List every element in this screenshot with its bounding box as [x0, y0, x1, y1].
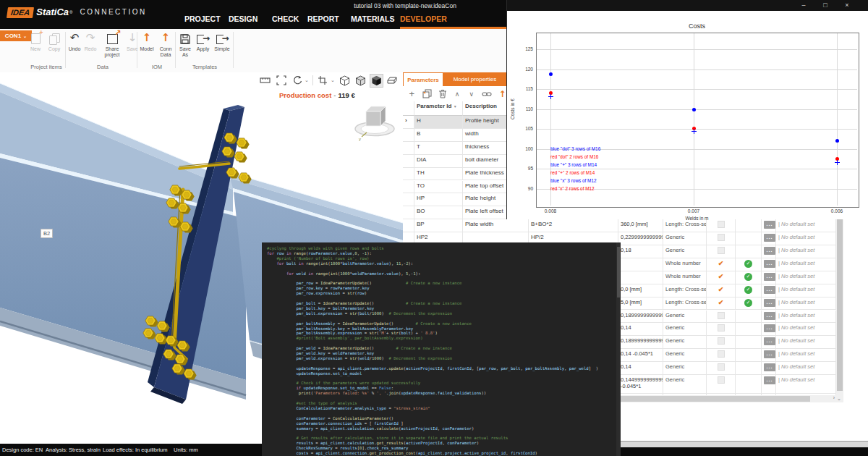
- more-options-button[interactable]: ...: [764, 260, 775, 268]
- unchecked-box[interactable]: [718, 337, 725, 345]
- cell-dots[interactable]: ...: [762, 245, 776, 258]
- ribbon-button-save-as[interactable]: Save As: [176, 32, 194, 57]
- ribbon-button-apply[interactable]: →Apply: [194, 32, 212, 52]
- duplicate-icon[interactable]: [422, 89, 432, 99]
- menu-tab-design[interactable]: DESIGN: [229, 14, 258, 23]
- link-icon[interactable]: [482, 89, 492, 99]
- cell-checked[interactable]: [707, 336, 736, 349]
- more-options-button[interactable]: ...: [764, 234, 775, 242]
- ribbon-button-model[interactable]: ↑Model: [138, 32, 156, 52]
- unchecked-box[interactable]: [718, 376, 725, 384]
- menu-tab-materials[interactable]: MATERIALS: [351, 14, 394, 23]
- chevron-down-icon[interactable]: ⌄: [331, 77, 335, 83]
- cell-dots[interactable]: ...: [762, 232, 776, 245]
- unchecked-box[interactable]: [718, 324, 725, 332]
- more-options-button[interactable]: ...: [764, 350, 775, 358]
- more-options-button[interactable]: ...: [764, 221, 775, 229]
- import-icon[interactable]: ↑: [498, 89, 506, 99]
- more-options-button[interactable]: ...: [764, 324, 775, 332]
- window-minimize-button[interactable]: –: [797, 1, 810, 9]
- add-icon[interactable]: +: [408, 89, 416, 99]
- more-options-button[interactable]: ...: [764, 337, 775, 345]
- cell-dots[interactable]: ...: [762, 297, 776, 311]
- python-code[interactable]: #cyclyng through welds with given rows a…: [262, 242, 621, 456]
- column-header-id[interactable]: Parameter Id ▼: [414, 101, 463, 116]
- cell-dots[interactable]: ...: [762, 271, 776, 284]
- more-options-button[interactable]: ...: [764, 273, 775, 281]
- member-label[interactable]: B2: [41, 229, 53, 238]
- ribbon-button-simple[interactable]: →Simple: [212, 32, 232, 52]
- cell-checked[interactable]: ✔: [707, 284, 736, 297]
- costs-chart-window[interactable]: 90951001051101151201250.0080.0070.006Cos…: [506, 0, 868, 219]
- cell-checked[interactable]: [707, 219, 736, 232]
- ribbon-button-undo[interactable]: ↶Undo: [67, 32, 82, 52]
- filter-icon[interactable]: ▼: [454, 104, 457, 109]
- fit-view-icon[interactable]: [275, 75, 287, 87]
- chevron-down-icon[interactable]: ⌄: [837, 396, 841, 402]
- tab-model-properties[interactable]: Model properties: [443, 72, 506, 86]
- code-scrollbar[interactable]: [616, 242, 621, 456]
- navigation-cube[interactable]: y: [352, 98, 398, 145]
- cell-dots[interactable]: ...: [762, 362, 776, 375]
- chevron-right-icon[interactable]: ›: [833, 395, 835, 400]
- table-row[interactable]: BPPlate widthB+BO*2360,0 [mm]Length: Cro…: [403, 219, 836, 232]
- code-editor-window[interactable]: #cyclyng through welds with given rows a…: [262, 242, 621, 456]
- more-options-button[interactable]: ...: [764, 299, 775, 307]
- move-up-icon[interactable]: ∧: [454, 89, 461, 99]
- chart-window-titlebar[interactable]: [507, 0, 868, 11]
- cube-solid-icon[interactable]: [370, 75, 383, 87]
- cell-checked[interactable]: [707, 245, 736, 258]
- unchecked-box[interactable]: [718, 363, 725, 371]
- move-down-icon[interactable]: ∨: [468, 89, 476, 99]
- cell-checked[interactable]: [707, 375, 736, 394]
- cell-checked[interactable]: [707, 362, 736, 375]
- cell-checked[interactable]: ✔: [707, 258, 736, 271]
- crop-view-icon[interactable]: [317, 75, 329, 87]
- menu-tab-check[interactable]: CHECK: [272, 14, 299, 23]
- window-close-button[interactable]: ×: [841, 1, 854, 9]
- tab-parameters[interactable]: Parameters: [403, 72, 443, 86]
- ribbon-button-share-project[interactable]: ↗Share project: [98, 32, 126, 57]
- cell-checked[interactable]: [707, 232, 736, 245]
- cell-dots[interactable]: ...: [762, 258, 776, 271]
- menu-tab-report[interactable]: REPORT: [307, 14, 339, 23]
- window-maximize-button[interactable]: □: [819, 1, 832, 9]
- menu-tab-developer[interactable]: DEVELOPER: [400, 14, 447, 23]
- cell-dots[interactable]: ...: [762, 311, 776, 324]
- cell-checked[interactable]: ✔: [707, 297, 736, 311]
- measure-icon[interactable]: [259, 75, 271, 87]
- cell-dots[interactable]: ...: [762, 219, 776, 232]
- cube-wireframe-icon[interactable]: [339, 75, 351, 87]
- unchecked-box[interactable]: [718, 234, 725, 241]
- cell-checked[interactable]: ✔: [707, 271, 736, 284]
- checked-icon[interactable]: ✔: [718, 260, 724, 267]
- cell-checked[interactable]: [707, 311, 736, 324]
- more-options-button[interactable]: ...: [764, 286, 775, 294]
- unchecked-box[interactable]: [718, 312, 725, 319]
- cell-checked[interactable]: [707, 349, 736, 362]
- cell-dots[interactable]: ...: [762, 375, 776, 394]
- ribbon-button-conn-data[interactable]: ↑Conn Data: [156, 32, 176, 57]
- rotate-view-icon[interactable]: [291, 75, 303, 87]
- checked-icon[interactable]: ✔: [718, 273, 724, 280]
- checked-icon[interactable]: ✔: [718, 299, 724, 306]
- cell-checked[interactable]: [707, 323, 736, 336]
- chevron-down-icon[interactable]: ⌄: [305, 77, 309, 83]
- panel-bottom-scrollbar[interactable]: [621, 441, 868, 447]
- more-options-button[interactable]: ...: [764, 247, 775, 255]
- cell-dots[interactable]: ...: [762, 349, 776, 362]
- cell-dots[interactable]: ...: [762, 284, 776, 297]
- cube-section-icon[interactable]: [386, 75, 399, 87]
- more-options-button[interactable]: ...: [764, 376, 775, 384]
- cell-dots[interactable]: ...: [762, 336, 776, 349]
- checked-icon[interactable]: ✔: [718, 286, 724, 293]
- unchecked-box[interactable]: [718, 247, 725, 254]
- menu-tab-project[interactable]: PROJECT: [184, 14, 221, 23]
- unchecked-box[interactable]: [718, 350, 725, 358]
- delete-icon[interactable]: [438, 89, 447, 99]
- unchecked-box[interactable]: [718, 221, 725, 228]
- more-options-button[interactable]: ...: [764, 312, 775, 320]
- more-options-button[interactable]: ...: [764, 363, 775, 371]
- cell-dots[interactable]: ...: [762, 323, 776, 336]
- cube-shaded-icon[interactable]: [354, 75, 367, 87]
